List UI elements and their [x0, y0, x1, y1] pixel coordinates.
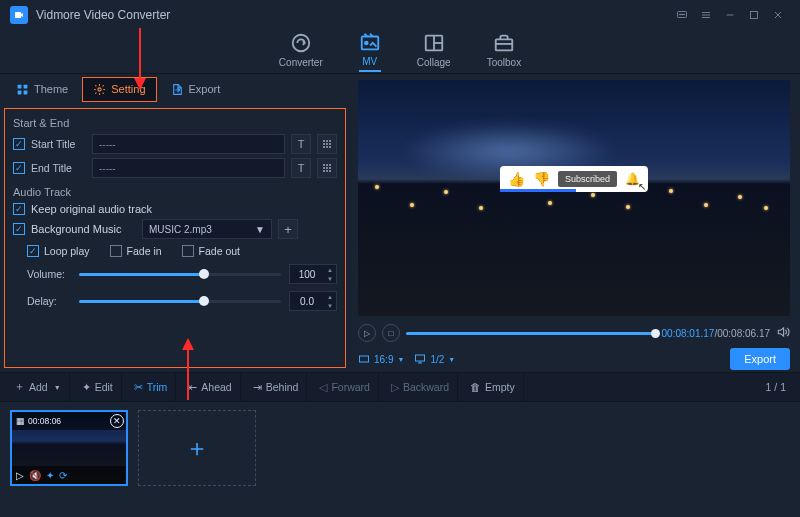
grid-icon — [16, 83, 29, 96]
svg-rect-44 — [416, 355, 425, 361]
text-style-button-2[interactable]: T — [291, 158, 311, 178]
seek-bar[interactable] — [406, 332, 656, 335]
text-grid-button[interactable] — [317, 134, 337, 154]
svg-rect-22 — [18, 90, 22, 94]
settings-panel: Start & End Start Title T End Title T Au… — [4, 108, 346, 368]
label-start-title: Start Title — [31, 138, 86, 150]
text-grid-button-2[interactable] — [317, 158, 337, 178]
monitor-icon — [414, 353, 426, 365]
bell-icon: 🔔↖ — [625, 172, 640, 186]
checkbox-keep-audio[interactable] — [13, 203, 25, 215]
app-logo-icon — [10, 6, 28, 24]
clip-link-icon[interactable]: ⟳ — [59, 470, 67, 481]
thumbs-down-icon: 👎 — [533, 171, 550, 187]
text-style-button[interactable]: T — [291, 134, 311, 154]
input-end-title[interactable] — [92, 158, 285, 178]
toolbar-edit[interactable]: ✦Edit — [74, 373, 122, 401]
svg-point-33 — [329, 146, 331, 148]
label-volume: Volume: — [27, 268, 71, 280]
toolbar-backward[interactable]: ▷Backward — [383, 373, 458, 401]
clip-mute-icon[interactable]: 🔇 — [29, 470, 41, 481]
menu-icon[interactable] — [694, 3, 718, 27]
feedback-icon[interactable] — [670, 3, 694, 27]
scale-dropdown[interactable]: 1/2▼ — [414, 353, 455, 365]
toolbar-forward[interactable]: ◁Forward — [311, 373, 379, 401]
svg-point-32 — [326, 146, 328, 148]
toolbox-icon — [493, 32, 515, 54]
stop-button[interactable]: □ — [382, 324, 400, 342]
checkbox-loop[interactable] — [27, 245, 39, 257]
time-current: 00:08:01.17 — [662, 328, 715, 339]
clip-remove-button[interactable]: ✕ — [110, 414, 124, 428]
subscribed-pill: Subscribed — [558, 171, 617, 187]
label-keep-audio: Keep original audio track — [31, 203, 152, 215]
svg-point-36 — [329, 164, 331, 166]
svg-point-14 — [365, 42, 368, 45]
slider-delay[interactable] — [79, 295, 281, 307]
clip-star-icon[interactable]: ✦ — [46, 470, 54, 481]
svg-point-24 — [98, 87, 101, 90]
checkbox-end-title[interactable] — [13, 162, 25, 174]
stepper-volume[interactable]: 100 ▲▼ — [289, 264, 337, 284]
tab-toolbox[interactable]: Toolbox — [487, 32, 521, 71]
cursor-icon: ↖ — [638, 181, 646, 192]
checkbox-fadeout[interactable] — [182, 245, 194, 257]
add-clip-button[interactable]: ＋ — [138, 410, 256, 486]
maximize-button[interactable] — [742, 3, 766, 27]
export-icon — [171, 83, 184, 96]
svg-point-35 — [326, 164, 328, 166]
tab-collage[interactable]: Collage — [417, 32, 451, 71]
clip-thumbnail[interactable]: ▦ 00:08:06 ✕ ▷ 🔇 ✦ ⟳ — [10, 410, 128, 486]
volume-icon[interactable] — [776, 325, 790, 341]
toolbar-trim[interactable]: ✂Trim — [126, 373, 177, 401]
input-start-title[interactable] — [92, 134, 285, 154]
export-button[interactable]: Export — [730, 348, 790, 370]
minimize-button[interactable] — [718, 3, 742, 27]
add-music-button[interactable]: + — [278, 219, 298, 239]
svg-rect-21 — [24, 84, 28, 88]
toolbar-add[interactable]: ＋Add▼ — [6, 373, 70, 401]
tab-converter[interactable]: Converter — [279, 32, 323, 71]
checkbox-start-title[interactable] — [13, 138, 25, 150]
svg-point-41 — [326, 170, 328, 172]
svg-rect-23 — [24, 90, 28, 94]
close-button[interactable] — [766, 3, 790, 27]
label-delay: Delay: — [27, 295, 71, 307]
annotation-arrow-top — [132, 28, 148, 90]
svg-point-39 — [329, 167, 331, 169]
checkbox-bg-music[interactable] — [13, 223, 25, 235]
svg-point-37 — [323, 167, 325, 169]
svg-point-31 — [323, 146, 325, 148]
gear-icon — [93, 83, 106, 96]
clip-play-icon[interactable]: ▷ — [16, 470, 24, 481]
dropdown-bg-music[interactable]: MUSIC 2.mp3 ▼ — [142, 219, 272, 239]
play-button[interactable]: ▷ — [358, 324, 376, 342]
checkbox-fadein[interactable] — [110, 245, 122, 257]
svg-point-26 — [326, 140, 328, 142]
svg-point-38 — [326, 167, 328, 169]
slider-volume[interactable] — [79, 268, 281, 280]
svg-rect-20 — [18, 84, 22, 88]
svg-rect-0 — [15, 12, 21, 18]
tab-mv[interactable]: MV — [359, 31, 381, 72]
svg-point-2 — [680, 14, 681, 15]
svg-rect-9 — [751, 12, 758, 19]
svg-point-28 — [323, 143, 325, 145]
clip-duration: 00:08:06 — [28, 416, 61, 426]
wand-icon: ✦ — [82, 381, 91, 393]
film-icon: ▦ — [16, 416, 25, 426]
stepper-delay[interactable]: 0.0 ▲▼ — [289, 291, 337, 311]
app-title: Vidmore Video Converter — [36, 8, 170, 22]
video-preview[interactable]: 👍 👎 Subscribed 🔔↖ — [358, 80, 790, 316]
svg-point-34 — [323, 164, 325, 166]
subtab-theme[interactable]: Theme — [6, 78, 78, 101]
label-bg-music: Background Music — [31, 223, 136, 235]
toolbar-empty[interactable]: 🗑Empty — [462, 373, 524, 401]
subtab-export[interactable]: Export — [161, 78, 231, 101]
thumbs-up-icon: 👍 — [508, 171, 525, 187]
aspect-dropdown[interactable]: 16:9▼ — [358, 353, 404, 365]
svg-marker-50 — [182, 338, 194, 350]
plus-icon: ＋ — [14, 380, 25, 394]
section-audio-track: Audio Track — [13, 186, 337, 198]
toolbar-behind[interactable]: ⇥Behind — [245, 373, 308, 401]
